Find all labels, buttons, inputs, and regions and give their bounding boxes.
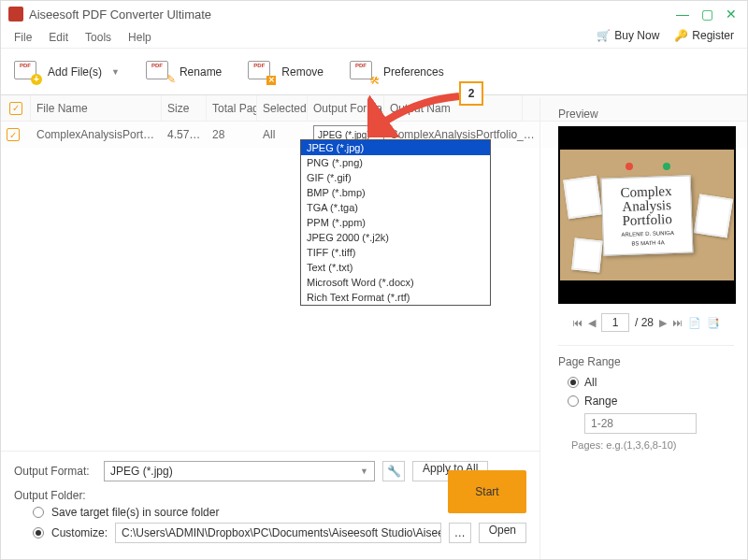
preview-label: Preview xyxy=(558,108,734,121)
x-icon: ✕ xyxy=(266,76,276,85)
menu-help[interactable]: Help xyxy=(128,31,151,44)
output-format-combo[interactable]: JPEG (*.jpg) ▼ xyxy=(104,461,375,481)
preview-panel: Preview Complex Analysis Portfolio ARLEN… xyxy=(545,98,747,559)
dropdown-item[interactable]: TIFF (*.tiff) xyxy=(301,245,490,260)
export-icon[interactable]: 📑 xyxy=(707,317,720,329)
radio-customize[interactable] xyxy=(33,527,44,538)
menu-file[interactable]: File xyxy=(14,31,32,44)
browse-button[interactable]: … xyxy=(449,523,471,543)
next-page-button[interactable]: ▶ xyxy=(659,317,667,329)
step-badge: 2 xyxy=(459,81,483,106)
dropdown-item[interactable]: PPM (*.ppm) xyxy=(301,215,490,230)
page-range-label: Page Range xyxy=(558,355,734,368)
range-hint: Pages: e.g.(1,3,6,8-10) xyxy=(571,439,734,451)
radio-range[interactable] xyxy=(568,395,579,407)
last-page-button[interactable]: ⏭ xyxy=(672,317,683,328)
rename-button[interactable]: ✎ Rename xyxy=(146,61,222,83)
dropdown-item[interactable]: Text (*.txt) xyxy=(301,260,490,275)
select-all-checkbox[interactable]: ✓ xyxy=(9,102,22,115)
app-icon xyxy=(8,7,23,22)
menu-tools[interactable]: Tools xyxy=(85,31,111,44)
maximize-button[interactable]: ▢ xyxy=(698,6,715,22)
wrench-icon: 🛠 xyxy=(369,75,380,86)
dropdown-item[interactable]: Microsoft Word (*.docx) xyxy=(301,275,490,290)
open-folder-button[interactable]: Open xyxy=(479,523,526,543)
remove-button[interactable]: ✕ Remove xyxy=(248,61,324,83)
menu-edit[interactable]: Edit xyxy=(49,31,68,44)
cell-pages: 28 xyxy=(207,128,257,141)
range-input[interactable] xyxy=(584,413,697,434)
col-filename[interactable]: File Name xyxy=(31,95,162,121)
preview-pager: ⏮ ◀ / 28 ▶ ⏭ 📄 📑 xyxy=(558,313,734,332)
dropdown-item[interactable]: Rich Text Format (*.rtf) xyxy=(301,290,490,305)
app-title: Aiseesoft PDF Converter Ultimate xyxy=(29,7,211,22)
col-pages[interactable]: Total Pag xyxy=(207,95,257,121)
customize-label: Customize: xyxy=(51,526,108,539)
dropdown-item[interactable]: JPEG (*.jpg) xyxy=(301,140,490,155)
page-total: / 28 xyxy=(635,316,654,329)
preview-image: Complex Analysis Portfolio ARLENE D. SUN… xyxy=(558,126,736,304)
col-size[interactable]: Size xyxy=(162,95,207,121)
save-source-label: Save target file(s) in source folder xyxy=(51,506,219,519)
first-page-button[interactable]: ⏮ xyxy=(572,317,583,328)
preview-note: Complex Analysis Portfolio ARLENE D. SUN… xyxy=(601,175,694,255)
cell-filename: ComplexAnalysisPortfolio_S... xyxy=(31,128,162,141)
page-input[interactable] xyxy=(601,313,629,332)
col-selected[interactable]: Selected xyxy=(257,95,308,121)
toolbar: + Add File(s)▼ ✎ Rename ✕ Remove 🛠 Prefe… xyxy=(1,48,747,94)
plus-icon: + xyxy=(31,74,42,85)
page-range-all[interactable]: All xyxy=(568,376,734,389)
close-button[interactable]: ✕ xyxy=(723,6,740,22)
dropdown-item[interactable]: BMP (*.bmp) xyxy=(301,185,490,200)
dropdown-item[interactable]: GIF (*.gif) xyxy=(301,170,490,185)
chevron-down-icon: ▼ xyxy=(111,67,120,77)
buy-now-link[interactable]: 🛒Buy Now xyxy=(597,29,659,42)
row-format-value: JPEG (*.jpg) xyxy=(318,130,370,140)
format-dropdown-list[interactable]: JPEG (*.jpg)PNG (*.png)GIF (*.gif)BMP (*… xyxy=(300,139,491,306)
output-path-input[interactable]: C:\Users\ADMIN\Dropbox\PC\Documents\Aise… xyxy=(115,523,441,543)
start-button[interactable]: Start xyxy=(448,470,526,513)
snapshot-icon[interactable]: 📄 xyxy=(688,317,701,329)
dropdown-item[interactable]: TGA (*.tga) xyxy=(301,200,490,215)
cart-icon: 🛒 xyxy=(597,29,611,42)
dropdown-item[interactable]: JPEG 2000 (*.j2k) xyxy=(301,230,490,245)
row-checkbox[interactable]: ✓ xyxy=(7,128,20,141)
output-folder-label: Output Folder: xyxy=(14,489,96,502)
radio-all[interactable] xyxy=(568,377,579,388)
dropdown-item[interactable]: PNG (*.png) xyxy=(301,155,490,170)
chevron-down-icon: ▼ xyxy=(360,467,368,476)
preferences-button[interactable]: 🛠 Preferences xyxy=(350,61,444,83)
wrench-icon: 🔧 xyxy=(387,465,401,478)
minimize-button[interactable]: — xyxy=(674,6,691,22)
prev-page-button[interactable]: ◀ xyxy=(588,317,596,329)
radio-save-source[interactable] xyxy=(33,507,44,518)
settings-button[interactable]: 🔧 xyxy=(382,461,405,481)
annotation-arrow xyxy=(367,91,470,137)
add-files-button[interactable]: + Add File(s)▼ xyxy=(14,61,120,83)
page-range-range[interactable]: Range xyxy=(568,395,734,408)
output-format-label: Output Format: xyxy=(14,465,96,478)
title-bar: Aiseesoft PDF Converter Ultimate — ▢ ✕ xyxy=(1,1,747,27)
register-link[interactable]: 🔑Register xyxy=(674,29,734,42)
bottom-panel: Output Format: JPEG (*.jpg) ▼ 🔧 Apply to… xyxy=(1,451,539,559)
cell-size: 4.57 MB xyxy=(162,128,207,141)
pencil-icon: ✎ xyxy=(166,73,176,86)
key-icon: 🔑 xyxy=(674,29,688,42)
